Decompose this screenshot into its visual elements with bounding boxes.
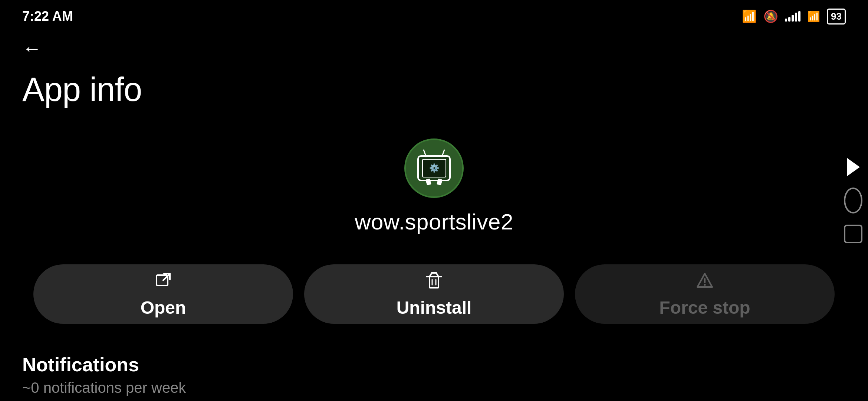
wifi-icon: 📶: [807, 10, 820, 23]
open-icon: [154, 271, 173, 294]
status-time: 7:22 AM: [22, 9, 73, 24]
app-name: wow.sportslive2: [355, 209, 513, 235]
bluetooth-icon: 📶: [742, 9, 757, 23]
app-icon: ⚙️: [404, 138, 464, 198]
open-label: Open: [141, 297, 186, 318]
action-buttons: Open Uninstall Force stop: [0, 253, 868, 346]
tv-gear-icon: ⚙️: [429, 163, 439, 173]
force-stop-label: Force stop: [659, 297, 750, 318]
signal-bar-3: [792, 15, 794, 22]
square-icon: [844, 225, 862, 243]
force-stop-icon: [695, 271, 714, 294]
notifications-section: Notifications ~0 notifications per week: [0, 346, 868, 401]
silent-icon: 🔕: [763, 9, 778, 23]
tv-icon: ⚙️: [417, 155, 451, 181]
chevron-right-icon: [847, 158, 860, 176]
home-button[interactable]: [844, 191, 862, 210]
page-title: App info: [0, 67, 868, 131]
tv-antenna-left: [423, 149, 427, 157]
back-arrow-icon: ←: [22, 38, 42, 59]
right-controls: [838, 0, 868, 401]
uninstall-icon: [424, 271, 444, 294]
force-stop-button[interactable]: Force stop: [575, 264, 835, 324]
app-info-section: ⚙️ wow.sportslive2: [0, 131, 868, 253]
notifications-subtitle: ~0 notifications per week: [22, 379, 846, 396]
back-button[interactable]: ←: [0, 30, 868, 67]
signal-bar-4: [795, 13, 797, 22]
back-nav-button[interactable]: [844, 158, 862, 176]
tv-screen: ⚙️: [422, 159, 446, 177]
recents-button[interactable]: [844, 225, 862, 243]
tv-stand-right: [437, 179, 443, 186]
svg-point-13: [704, 284, 706, 286]
signal-bar-2: [788, 17, 790, 22]
signal-bars: [785, 11, 800, 22]
open-button[interactable]: Open: [33, 264, 293, 324]
status-bar: 7:22 AM 📶 🔕 📶 93: [0, 0, 868, 30]
svg-rect-4: [430, 277, 438, 288]
uninstall-label: Uninstall: [397, 297, 472, 318]
uninstall-button[interactable]: Uninstall: [304, 264, 564, 324]
status-icons: 📶 🔕 📶 93: [742, 9, 846, 25]
notifications-title: Notifications: [22, 353, 846, 376]
circle-icon: [844, 188, 862, 213]
signal-bar-5: [798, 11, 800, 22]
signal-bar-1: [785, 19, 787, 22]
tv-antenna-right: [441, 149, 445, 157]
tv-stand-left: [425, 179, 431, 186]
app-icon-inner: ⚙️: [415, 153, 453, 183]
